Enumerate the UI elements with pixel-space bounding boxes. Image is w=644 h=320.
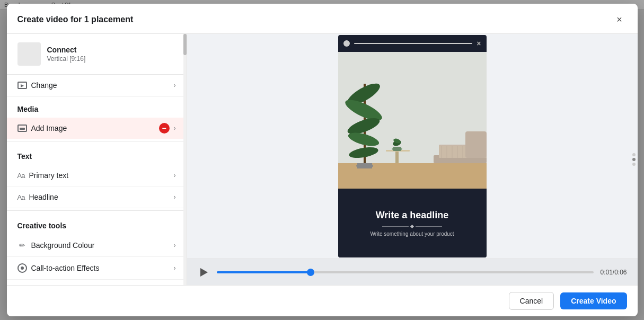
preview-headline: Write a headline [376, 210, 449, 221]
preview-progress-line [354, 43, 473, 44]
play-button[interactable] [198, 266, 210, 279]
call-to-action-chevron-icon: › [174, 264, 176, 272]
svg-rect-24 [465, 131, 487, 158]
cancel-button[interactable]: Cancel [509, 292, 554, 310]
preview-close-icon: × [477, 39, 481, 48]
call-to-action-left: Call-to-action Effects [17, 263, 100, 273]
target-icon [17, 263, 27, 273]
svg-rect-13 [393, 147, 401, 151]
call-to-action-label: Call-to-action Effects [31, 264, 100, 272]
modal-overlay: Create video for 1 placement × Connect V… [0, 0, 644, 320]
svg-rect-11 [395, 152, 399, 163]
background-colour-label: Background Colour [31, 241, 95, 250]
dropper-icon: ✏ [17, 241, 27, 250]
headline-row[interactable]: Aa Headline › [7, 186, 187, 208]
primary-text-left: Aa Primary text [17, 171, 69, 180]
preview-subtext: Write something about your product [370, 231, 454, 237]
change-chevron-icon: › [174, 82, 176, 89]
primary-text-row[interactable]: Aa Primary text › [7, 165, 187, 186]
video-preview: × [338, 35, 487, 257]
modal-footer: Cancel Create Video [7, 285, 638, 316]
create-video-button[interactable]: Create Video [560, 292, 627, 309]
headline-icon: Aa [17, 193, 25, 201]
modal: Create video for 1 placement × Connect V… [7, 4, 638, 316]
preview-divider-dot [410, 224, 414, 228]
scroll-indicator [630, 149, 638, 170]
modal-title: Create video for 1 placement [17, 15, 134, 24]
change-row-left: Change [17, 81, 57, 90]
call-to-action-row[interactable]: Call-to-action Effects › [7, 257, 187, 280]
add-image-left: Add Image [17, 124, 67, 132]
placement-info: Connect Vertical [9:16] [47, 46, 86, 63]
progress-bar[interactable] [217, 271, 594, 273]
headline-label: Headline [29, 193, 58, 201]
modal-body: Connect Vertical [9:16] Change › Media [7, 34, 638, 285]
right-panel: × [187, 34, 638, 285]
media-section-label: Media [7, 96, 187, 118]
remove-icon[interactable]: − [159, 123, 170, 134]
preview-divider [382, 225, 442, 228]
scroll-dot-3 [632, 163, 636, 166]
svg-rect-9 [357, 163, 372, 168]
progress-thumb [307, 269, 314, 276]
placement-section: Connect Vertical [9:16] [7, 34, 187, 75]
placement-icon [17, 42, 41, 66]
preview-image-area [338, 52, 487, 190]
interior-scene [338, 52, 487, 190]
preview-area: × [187, 34, 638, 259]
background-colour-row[interactable]: ✏ Background Colour › [7, 234, 187, 257]
add-image-row[interactable]: Add Image − › [7, 118, 187, 139]
image-icon [17, 125, 27, 132]
video-icon [17, 82, 27, 89]
headline-left: Aa Headline [17, 193, 58, 201]
preview-top-bar: × [338, 35, 487, 52]
progress-fill [217, 271, 311, 273]
placement-format: Vertical [9:16] [47, 55, 86, 63]
add-image-right: − › [159, 123, 176, 134]
primary-text-chevron-icon: › [174, 172, 176, 179]
close-button[interactable]: × [612, 12, 627, 27]
change-row[interactable]: Change › [7, 75, 187, 96]
preview-divider-line-right [416, 226, 442, 227]
primary-text-icon: Aa [17, 172, 25, 180]
time-display: 0:01/0:06 [600, 269, 627, 276]
preview-divider-line-left [382, 226, 409, 227]
scroll-dot-2 [632, 158, 636, 161]
preview-text-area: Write a headline Write something about y… [338, 189, 487, 257]
video-frame: × [338, 35, 487, 257]
divider-2 [7, 210, 187, 211]
video-controls: 0:01/0:06 [187, 259, 638, 285]
modal-header: Create video for 1 placement × [7, 4, 638, 34]
divider-1 [7, 141, 187, 141]
placement-name: Connect [47, 46, 86, 54]
add-image-label: Add Image [31, 124, 67, 132]
left-panel: Connect Vertical [9:16] Change › Media [7, 34, 187, 285]
creative-tools-section-label: Creative tools [7, 213, 187, 234]
close-icon: × [616, 14, 622, 25]
background-colour-chevron-icon: › [174, 242, 176, 249]
change-label: Change [31, 81, 57, 90]
primary-text-label: Primary text [29, 171, 68, 180]
text-section-label: Text [7, 144, 187, 165]
add-image-chevron-icon: › [174, 125, 176, 132]
play-icon [200, 268, 208, 277]
preview-dot [343, 40, 350, 47]
background-colour-left: ✏ Background Colour [17, 241, 95, 250]
scroll-dot-1 [632, 153, 636, 156]
headline-chevron-icon: › [174, 193, 176, 201]
